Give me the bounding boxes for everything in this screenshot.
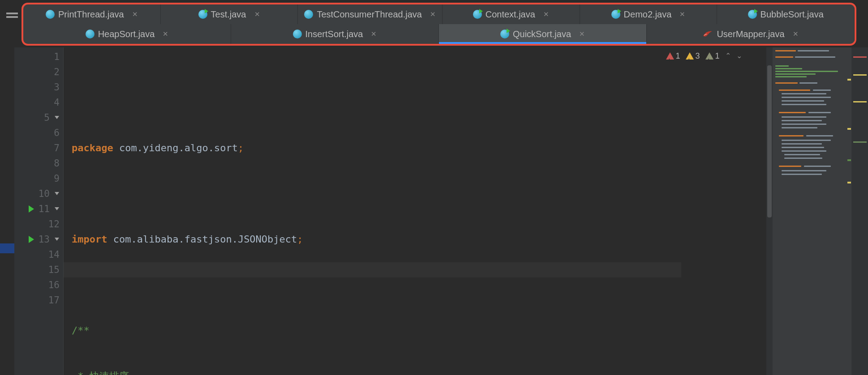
java-runnable-class-icon bbox=[473, 10, 482, 19]
error-mark[interactable] bbox=[853, 56, 867, 58]
editor-left-margin bbox=[0, 47, 14, 375]
warning-mark[interactable] bbox=[853, 101, 867, 102]
tab-quicksort[interactable]: QuickSort.java ✕ bbox=[439, 24, 647, 44]
weak-warning-count: 1 bbox=[715, 48, 720, 64]
java-class-icon bbox=[86, 30, 95, 38]
mybatis-mapper-icon bbox=[702, 30, 713, 38]
error-stripe[interactable] bbox=[851, 47, 868, 375]
tab-label: HeapSort.java bbox=[98, 29, 155, 39]
close-icon[interactable]: ✕ bbox=[371, 30, 377, 38]
tab-label: Context.java bbox=[486, 9, 535, 20]
line-number: 17 bbox=[48, 293, 60, 308]
tab-bubblesort[interactable]: BubbleSort.java bbox=[717, 4, 855, 24]
close-icon[interactable]: ✕ bbox=[132, 10, 138, 18]
fold-toggle-icon[interactable] bbox=[53, 206, 60, 212]
close-icon[interactable]: ✕ bbox=[793, 30, 799, 38]
line-number: 13 bbox=[39, 232, 50, 247]
line-number: 2 bbox=[54, 64, 60, 80]
tab-insertsort[interactable]: InsertSort.java ✕ bbox=[231, 24, 439, 44]
line-number: 14 bbox=[48, 247, 60, 262]
tab-label: BubbleSort.java bbox=[761, 9, 824, 20]
java-runnable-class-icon bbox=[198, 10, 207, 19]
run-gutter-icon[interactable] bbox=[29, 205, 34, 213]
line-number: 5 bbox=[44, 110, 50, 125]
line-number: 11 bbox=[39, 201, 50, 217]
run-gutter-icon[interactable] bbox=[29, 236, 34, 243]
inspections-widget[interactable]: 1 3 1 ⌃ ⌄ bbox=[666, 48, 744, 64]
line-number: 7 bbox=[54, 141, 60, 156]
close-icon[interactable]: ✕ bbox=[254, 10, 260, 18]
close-icon[interactable]: ✕ bbox=[579, 30, 585, 38]
tab-label: QuickSort.java bbox=[513, 29, 571, 39]
line-number: 9 bbox=[54, 171, 60, 186]
token-import: com.alibaba.fastjson.JSONObject bbox=[113, 232, 297, 247]
scrollbar-thumb[interactable] bbox=[767, 65, 772, 217]
bookmark-marker[interactable] bbox=[0, 243, 14, 253]
tab-usermapper[interactable]: UserMapper.java ✕ bbox=[647, 24, 855, 44]
tab-printthread[interactable]: PrintThread.java ✕ bbox=[23, 4, 161, 24]
tab-label: UserMapper.java bbox=[717, 29, 784, 39]
tool-window-handle-icon[interactable] bbox=[6, 16, 18, 18]
gutter: 1 2 3 4 5 6 7 8 9 10 11 12 13 14 15 16 1… bbox=[14, 47, 64, 375]
tab-test[interactable]: Test.java ✕ bbox=[161, 4, 298, 24]
line-number: 6 bbox=[54, 125, 60, 141]
code-area[interactable]: 1 3 1 ⌃ ⌄ package com.yideng.algo.sort; … bbox=[64, 47, 766, 375]
tab-label: Demo2.java bbox=[624, 9, 672, 20]
line-number: 12 bbox=[48, 217, 60, 232]
current-line-highlight bbox=[64, 262, 681, 277]
close-icon[interactable]: ✕ bbox=[430, 10, 436, 18]
tab-testconsumerthread[interactable]: TestConsumerThread.java ✕ bbox=[298, 4, 443, 24]
tab-label: Test.java bbox=[211, 9, 246, 20]
token-keyword: import bbox=[72, 232, 107, 247]
tab-label: TestConsumerThread.java bbox=[317, 9, 422, 20]
weak-warning-icon bbox=[705, 52, 713, 60]
line-number: 15 bbox=[48, 262, 60, 277]
tabs-row-2: HeapSort.java ✕ InsertSort.java ✕ QuickS… bbox=[23, 24, 855, 44]
fold-toggle-icon[interactable] bbox=[53, 115, 60, 121]
tab-label: InsertSort.java bbox=[305, 29, 363, 39]
java-class-icon bbox=[304, 10, 313, 19]
line-number: 4 bbox=[54, 95, 60, 110]
line-number: 10 bbox=[39, 186, 50, 201]
vertical-scrollbar[interactable] bbox=[766, 47, 773, 375]
ok-mark[interactable] bbox=[853, 141, 867, 143]
tab-context[interactable]: Context.java ✕ bbox=[443, 4, 580, 24]
token-doc: * 快速排序 bbox=[72, 369, 129, 375]
tab-label: PrintThread.java bbox=[58, 9, 124, 20]
warning-count: 3 bbox=[696, 48, 700, 64]
fold-toggle-icon[interactable] bbox=[53, 236, 60, 243]
line-number: 3 bbox=[54, 80, 60, 95]
editor: 1 2 3 4 5 6 7 8 9 10 11 12 13 14 15 16 1… bbox=[0, 47, 868, 375]
java-class-icon bbox=[293, 30, 302, 38]
close-icon[interactable]: ✕ bbox=[163, 30, 168, 38]
close-icon[interactable]: ✕ bbox=[543, 10, 549, 18]
close-icon[interactable]: ✕ bbox=[679, 10, 685, 18]
java-runnable-class-icon bbox=[500, 30, 509, 38]
token-doc: /** bbox=[72, 323, 90, 338]
prev-next-highlight-icon[interactable]: ⌃ ⌄ bbox=[725, 48, 744, 64]
editor-tabs-highlighted: PrintThread.java ✕ Test.java ✕ TestConsu… bbox=[21, 3, 856, 46]
error-count: 1 bbox=[676, 48, 680, 64]
token-keyword: package bbox=[72, 141, 113, 156]
line-number: 16 bbox=[48, 277, 60, 293]
java-class-icon bbox=[46, 10, 55, 19]
line-number: 8 bbox=[54, 156, 60, 171]
token-package: com.yideng.algo.sort bbox=[119, 141, 238, 156]
minimap[interactable] bbox=[773, 47, 851, 375]
tab-demo2[interactable]: Demo2.java ✕ bbox=[580, 4, 718, 24]
line-number: 1 bbox=[54, 49, 60, 64]
tabs-row-1: PrintThread.java ✕ Test.java ✕ TestConsu… bbox=[23, 4, 855, 24]
warning-icon bbox=[686, 52, 694, 60]
fold-toggle-icon[interactable] bbox=[53, 191, 60, 197]
error-icon bbox=[666, 52, 674, 60]
java-runnable-class-icon bbox=[611, 10, 620, 19]
warning-mark[interactable] bbox=[853, 74, 867, 76]
java-runnable-class-icon bbox=[748, 10, 757, 19]
tab-heapsort[interactable]: HeapSort.java ✕ bbox=[23, 24, 231, 44]
